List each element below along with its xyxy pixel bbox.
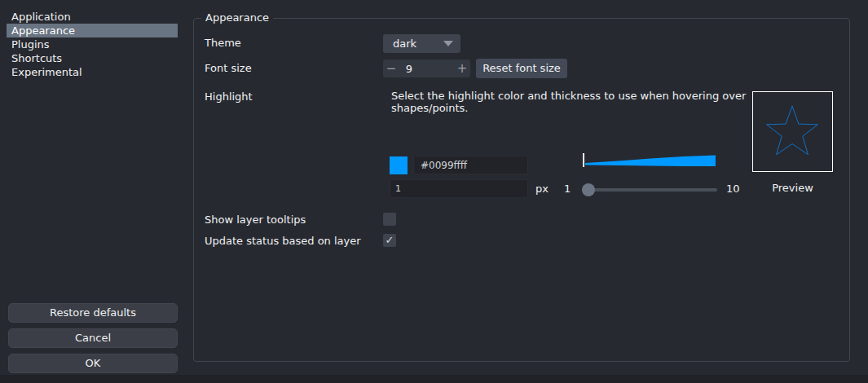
ok-button[interactable]: OK	[8, 354, 178, 373]
update-status-label: Update status based on layer	[205, 235, 361, 247]
cancel-button[interactable]: Cancel	[8, 328, 178, 348]
sidebar-item-plugins[interactable]: Plugins	[7, 37, 178, 51]
groupbox-title: Appearance	[201, 11, 273, 24]
theme-dropdown-value: dark	[383, 37, 443, 50]
sidebar-item-application[interactable]: Application	[7, 10, 178, 24]
sidebar-item-shortcuts[interactable]: Shortcuts	[7, 51, 178, 65]
sidebar-item-appearance[interactable]: Appearance	[7, 24, 178, 37]
highlight-color-swatch[interactable]	[390, 156, 408, 174]
font-size-spinbox: − 9 +	[383, 59, 470, 77]
highlight-label: Highlight	[205, 90, 253, 103]
slider-min-label: 1	[564, 183, 571, 195]
sidebar-item-experimental[interactable]: Experimental	[7, 65, 178, 79]
theme-label: Theme	[205, 37, 241, 49]
settings-category-list: Application Appearance Plugins Shortcuts…	[7, 10, 178, 79]
show-layer-tooltips-checkbox[interactable]	[383, 213, 396, 226]
thickness-slider-track[interactable]	[582, 188, 717, 192]
increment-button[interactable]: +	[454, 60, 470, 77]
slider-max-label: 10	[726, 183, 740, 195]
px-unit-label: px	[535, 183, 549, 195]
decrement-button[interactable]: −	[383, 60, 399, 77]
update-status-checkbox[interactable]: ✓	[383, 234, 396, 247]
font-size-label: Font size	[205, 62, 252, 74]
preferences-dialog: Application Appearance Plugins Shortcuts…	[0, 0, 868, 383]
check-icon: ✓	[386, 234, 394, 246]
star-icon	[753, 92, 832, 171]
chevron-down-icon	[443, 41, 453, 46]
highlight-preview-box	[752, 91, 833, 172]
thickness-slider-handle[interactable]	[582, 183, 595, 196]
preview-label: Preview	[752, 182, 833, 194]
window-bottom-edge	[0, 375, 868, 383]
highlight-thickness-input[interactable]	[390, 179, 528, 198]
highlight-color-hex-input[interactable]	[413, 156, 528, 174]
highlight-description: Select the highlight color and thickness…	[391, 90, 751, 114]
reset-font-size-button[interactable]: Reset font size	[476, 59, 567, 78]
thickness-preview-tick	[583, 153, 584, 167]
restore-defaults-button[interactable]: Restore defaults	[8, 303, 178, 323]
theme-dropdown[interactable]: dark	[383, 34, 460, 53]
font-size-value[interactable]: 9	[399, 63, 419, 75]
show-layer-tooltips-label: Show layer tooltips	[205, 214, 306, 226]
thickness-preview-wedge	[585, 152, 716, 169]
